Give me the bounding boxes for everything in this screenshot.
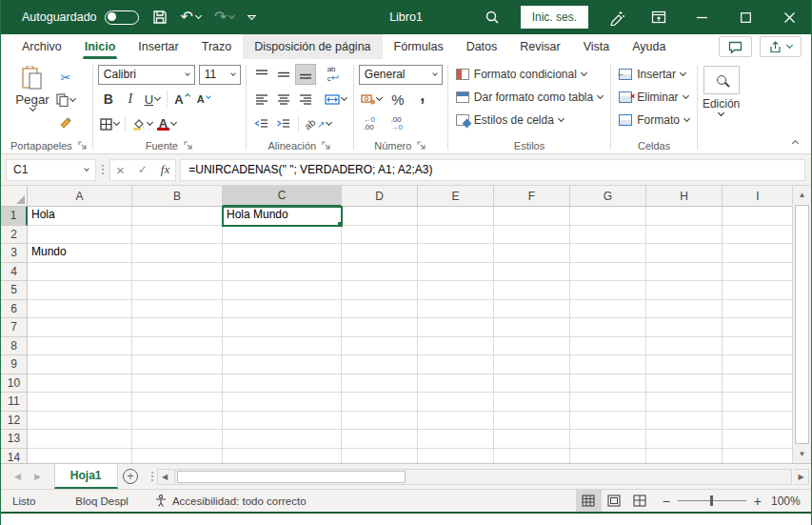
maximize-button[interactable]	[723, 0, 767, 34]
cell-B10[interactable]	[132, 374, 223, 394]
cell-F6[interactable]	[494, 300, 570, 319]
ribbon-display-options-button[interactable]	[638, 0, 680, 34]
cell-F2[interactable]	[494, 226, 570, 245]
cell-I11[interactable]	[723, 393, 792, 412]
select-all-button[interactable]	[1, 186, 28, 207]
sheet-nav-left-icon[interactable]: ◀	[14, 472, 21, 481]
decrease-indent-button[interactable]	[251, 113, 272, 134]
zoom-in-button[interactable]: +	[754, 494, 762, 509]
editing-menu-button[interactable]	[703, 66, 740, 94]
cell-E4[interactable]	[418, 263, 494, 282]
cell-A2[interactable]	[28, 226, 132, 245]
cell-G10[interactable]	[570, 374, 646, 394]
cell-I3[interactable]	[723, 244, 792, 263]
cell-C6[interactable]	[223, 300, 342, 319]
cell-D13[interactable]	[342, 430, 418, 449]
tab-revisar[interactable]: Revisar	[508, 34, 571, 59]
tab-inicio[interactable]: Inicio	[73, 34, 128, 59]
cell-A5[interactable]	[28, 281, 132, 300]
cell-C10[interactable]	[223, 374, 342, 394]
cell-H11[interactable]	[646, 393, 723, 412]
cell-A3[interactable]: Mundo	[28, 244, 132, 263]
cell-H5[interactable]	[646, 281, 723, 300]
close-button[interactable]	[767, 0, 811, 34]
format-as-table-button[interactable]: Dar formato como tabla	[453, 86, 605, 109]
cell-E7[interactable]	[418, 318, 494, 337]
cell-A6[interactable]	[28, 300, 132, 319]
undo-button[interactable]: ↶	[181, 10, 201, 25]
cell-G13[interactable]	[570, 430, 646, 449]
cell-B12[interactable]	[132, 412, 223, 431]
cell-D6[interactable]	[342, 300, 418, 319]
align-center-button[interactable]	[273, 89, 294, 110]
cell-H10[interactable]	[646, 374, 723, 394]
row-header-11[interactable]: 11	[1, 393, 28, 412]
cell-C3[interactable]	[223, 244, 342, 263]
search-button[interactable]	[471, 0, 513, 34]
cell-F1[interactable]	[494, 207, 570, 226]
cell-D5[interactable]	[342, 281, 418, 300]
tab-vista[interactable]: Vista	[572, 34, 622, 59]
cell-G8[interactable]	[570, 337, 646, 356]
cancel-formula-button[interactable]: ×	[116, 162, 125, 178]
formula-input[interactable]: =UNIRCADENAS(" "; VERDADERO; A1; A2;A3)	[180, 159, 805, 181]
cell-D11[interactable]	[342, 393, 418, 412]
cell-B9[interactable]	[132, 355, 223, 374]
cell-A11[interactable]	[28, 393, 132, 412]
align-bottom-button[interactable]	[295, 64, 316, 85]
clipboard-dialog-launcher-icon[interactable]	[78, 141, 88, 151]
cell-D7[interactable]	[342, 318, 418, 337]
delete-cells-button[interactable]: × Eliminar	[616, 86, 692, 109]
cell-D3[interactable]	[342, 244, 418, 263]
cut-button[interactable]: ✂	[54, 67, 77, 88]
enter-formula-button[interactable]: ✓	[138, 163, 148, 176]
cell-B6[interactable]	[132, 300, 223, 319]
scroll-left-button[interactable]: ◀	[157, 469, 172, 485]
tab-formulas[interactable]: Fórmulas	[383, 34, 455, 59]
row-header-7[interactable]: 7	[1, 318, 28, 337]
row-header-12[interactable]: 12	[1, 412, 28, 431]
cell-F7[interactable]	[494, 318, 570, 337]
cell-C9[interactable]	[223, 355, 342, 374]
increase-font-button[interactable]: A	[171, 89, 192, 110]
cell-E9[interactable]	[418, 355, 494, 374]
paste-button[interactable]: Pegar	[10, 63, 54, 137]
cell-B13[interactable]	[132, 430, 223, 449]
cell-D12[interactable]	[342, 412, 418, 431]
cell-F12[interactable]	[494, 412, 570, 431]
cell-H7[interactable]	[646, 318, 723, 337]
cell-B3[interactable]	[132, 244, 223, 263]
cell-G5[interactable]	[570, 281, 646, 300]
cell-F14[interactable]	[494, 449, 570, 464]
cell-H3[interactable]	[646, 244, 723, 263]
cell-E12[interactable]	[418, 412, 494, 431]
cell-C7[interactable]	[223, 318, 342, 337]
row-header-5[interactable]: 5	[1, 281, 28, 300]
cell-H14[interactable]	[646, 449, 723, 464]
cell-B1[interactable]	[132, 207, 223, 226]
cell-B7[interactable]	[132, 318, 223, 337]
cell-D14[interactable]	[342, 449, 418, 464]
accessibility-status[interactable]: Accesibilidad: todo correcto	[144, 490, 318, 512]
cell-A14[interactable]	[28, 449, 132, 464]
cell-I6[interactable]	[723, 300, 792, 319]
cell-A9[interactable]	[28, 355, 132, 374]
autosave-toggle[interactable]	[105, 10, 139, 25]
cell-A13[interactable]	[28, 430, 132, 449]
cell-G9[interactable]	[570, 355, 646, 374]
page-break-view-button[interactable]	[627, 490, 653, 512]
cell-H12[interactable]	[646, 412, 723, 431]
alignment-dialog-launcher-icon[interactable]	[322, 141, 331, 151]
cell-E1[interactable]	[418, 207, 494, 226]
column-header-A[interactable]: A	[28, 186, 132, 207]
cell-D4[interactable]	[342, 263, 418, 282]
cell-B8[interactable]	[132, 337, 223, 356]
cell-D9[interactable]	[342, 355, 418, 374]
row-header-8[interactable]: 8	[1, 337, 28, 356]
align-right-button[interactable]	[295, 89, 316, 110]
row-header-13[interactable]: 13	[1, 430, 28, 449]
cell-C2[interactable]	[223, 226, 342, 245]
sheetbar-grip[interactable]	[149, 472, 155, 481]
number-format-combo[interactable]: General	[359, 65, 443, 85]
accounting-format-button[interactable]	[359, 89, 384, 110]
